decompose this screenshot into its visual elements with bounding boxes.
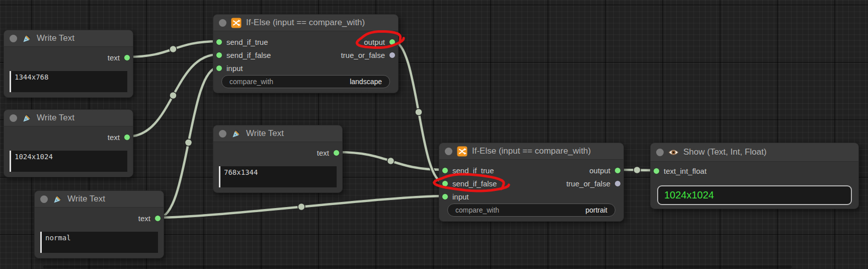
node-title: Show (Text, Int, Float) (683, 147, 766, 157)
compare-with-widget[interactable]: compare_with landscape (221, 75, 390, 88)
output-port-text[interactable]: text (317, 148, 340, 158)
port-label: text_int_float (664, 167, 706, 175)
input-port-input[interactable]: input (216, 63, 243, 73)
node-title-bar[interactable]: Write Text (4, 30, 133, 47)
output-port-text[interactable]: text (108, 52, 130, 62)
horizontal-scrollbar[interactable] (43, 265, 792, 268)
input-port-input[interactable]: input (442, 191, 469, 201)
port-label: input (226, 64, 243, 73)
output-port-dot[interactable] (614, 167, 621, 174)
input-port-dot[interactable] (442, 193, 448, 200)
compare-with-widget[interactable]: compare_with portrait (447, 204, 615, 217)
input-port-send-if-true[interactable]: send_if_true (216, 37, 268, 47)
collapse-dot[interactable] (219, 19, 226, 27)
node-write-text-1[interactable]: Write Text text 1344x768 (4, 30, 133, 98)
fountain-pen-icon (22, 113, 32, 123)
collapse-dot[interactable] (10, 114, 17, 122)
port-label: send_if_false (452, 179, 497, 188)
node-title-bar[interactable]: Show (Text, Int, Float) (651, 143, 858, 162)
output-port-dot[interactable] (389, 52, 396, 58)
output-port-true-or-false[interactable]: true_or_false (341, 50, 396, 60)
port-label: text (108, 133, 120, 142)
node-title: Write Text (37, 33, 74, 43)
collapse-dot[interactable] (219, 130, 226, 138)
output-port-dot[interactable] (154, 215, 161, 222)
node-graph-editor: Write Text text 1344x768 Write Text text (0, 0, 868, 269)
node-title: Write Text (246, 128, 284, 139)
node-title-bar[interactable]: Write Text (213, 125, 342, 142)
node-write-text-2[interactable]: Write Text text 1024x1024 (4, 109, 133, 177)
input-port-text-int-float[interactable]: text_int_float (653, 166, 706, 176)
port-label: output (364, 38, 385, 46)
widget-name: compare_with (229, 78, 273, 86)
collapse-dot[interactable] (40, 195, 48, 203)
output-port-dot[interactable] (124, 54, 130, 61)
port-label: send_if_true (452, 166, 494, 175)
output-port-output[interactable]: output (589, 165, 621, 175)
output-port-dot[interactable] (333, 150, 340, 156)
input-port-dot[interactable] (216, 52, 222, 58)
node-if-else-1[interactable]: If-Else (input == compare_with) send_if_… (213, 14, 399, 93)
output-port-dot[interactable] (614, 180, 621, 187)
input-port-dot[interactable] (442, 167, 448, 174)
collapse-dot[interactable] (656, 149, 664, 156)
output-port-dot[interactable] (389, 39, 396, 45)
input-port-dot[interactable] (216, 65, 222, 72)
widget-value: landscape (350, 78, 382, 86)
node-title-bar[interactable]: If-Else (input == compare_with) (213, 15, 398, 31)
text-value-area[interactable]: 1344x768 (10, 71, 127, 92)
node-write-text-3[interactable]: Write Text text normal (34, 190, 164, 258)
fountain-pen-icon (231, 128, 242, 139)
node-show[interactable]: Show (Text, Int, Float) text_int_float 1… (650, 143, 859, 209)
port-label: true_or_false (341, 51, 385, 59)
input-port-dot[interactable] (442, 180, 448, 187)
shuffle-icon (457, 146, 467, 157)
input-port-send-if-false[interactable]: send_if_false (216, 50, 271, 60)
port-label: text (138, 214, 150, 223)
port-label: text (108, 53, 120, 62)
node-write-text-4[interactable]: Write Text text 768x1344 (213, 125, 343, 193)
input-port-dot[interactable] (653, 168, 660, 174)
port-label: send_if_true (226, 38, 268, 46)
show-value-display: 1024x1024 (657, 185, 852, 205)
fountain-pen-icon (52, 194, 63, 205)
node-if-else-2[interactable]: If-Else (input == compare_with) send_if_… (439, 143, 624, 222)
output-port-text[interactable]: text (138, 213, 161, 223)
widget-value: portrait (585, 206, 607, 214)
text-value-area[interactable]: 1024x1024 (10, 151, 127, 172)
port-label: output (589, 166, 610, 175)
node-title-bar[interactable]: Write Text (35, 191, 164, 208)
node-title: If-Else (input == compare_with) (472, 146, 591, 156)
shuffle-icon (231, 18, 242, 28)
output-port-output[interactable]: output (364, 37, 396, 47)
node-title: Write Text (37, 113, 74, 123)
port-label: text (317, 149, 329, 157)
text-value-area[interactable]: normal (40, 232, 158, 253)
fountain-pen-icon (22, 33, 32, 44)
collapse-dot[interactable] (445, 148, 452, 155)
node-title: Write Text (67, 194, 105, 204)
input-port-send-if-false[interactable]: send_if_false (442, 178, 497, 188)
port-label: true_or_false (566, 179, 610, 188)
port-label: send_if_false (226, 51, 271, 59)
node-title-bar[interactable]: Write Text (4, 110, 133, 126)
node-title-bar[interactable]: If-Else (input == compare_with) (439, 143, 623, 160)
port-label: input (452, 192, 469, 201)
widget-name: compare_with (455, 206, 499, 214)
input-port-send-if-true[interactable]: send_if_true (442, 165, 494, 175)
input-port-dot[interactable] (216, 39, 222, 45)
node-title: If-Else (input == compare_with) (246, 18, 365, 28)
output-port-dot[interactable] (124, 134, 130, 141)
output-port-text[interactable]: text (108, 132, 130, 142)
eye-icon (668, 147, 679, 158)
output-port-true-or-false[interactable]: true_or_false (566, 178, 621, 188)
text-value-area[interactable]: 768x1344 (219, 166, 337, 187)
collapse-dot[interactable] (10, 35, 17, 42)
